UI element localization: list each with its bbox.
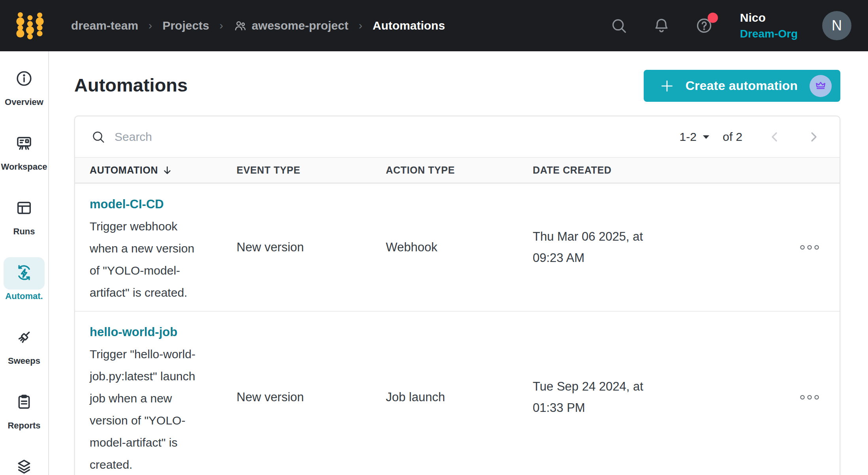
bolt-cycle-icon xyxy=(15,264,33,283)
notification-badge xyxy=(708,13,718,23)
automation-cell: model-CI-CD Trigger webhook when a new v… xyxy=(90,184,237,311)
search-icon[interactable] xyxy=(610,17,628,35)
avatar[interactable]: N xyxy=(822,11,851,40)
broom-icon xyxy=(15,328,33,348)
event-type-cell: New version xyxy=(237,240,386,254)
page-total: of 2 xyxy=(723,130,742,144)
breadcrumb-team[interactable]: dream-team xyxy=(71,19,138,32)
sidebar-item-workspace[interactable]: Workspace xyxy=(2,128,46,172)
sidebar-item-reports[interactable]: Reports xyxy=(2,387,46,431)
breadcrumb-separator: › xyxy=(220,19,223,32)
clipboard-icon xyxy=(15,393,33,413)
crown-icon xyxy=(814,79,827,93)
sidebar-label: Reports xyxy=(8,421,40,431)
sidebar-item-runs[interactable]: Runs xyxy=(2,193,46,237)
breadcrumb-project-label: awesome-project xyxy=(252,19,348,32)
next-page-button[interactable] xyxy=(807,131,820,143)
search-input[interactable] xyxy=(115,130,391,144)
table-row: model-CI-CD Trigger webhook when a new v… xyxy=(75,183,840,311)
breadcrumb-separator: › xyxy=(148,19,152,32)
breadcrumb-projects[interactable]: Projects xyxy=(162,19,209,32)
table-header-row: AUTOMATION EVENT TYPE ACTION TYPE DATE C… xyxy=(75,157,840,183)
automations-page: dream-team › Projects › awesome-project … xyxy=(0,0,868,475)
sidebar-item-overview[interactable]: Overview xyxy=(2,63,46,107)
wandb-logo-icon[interactable] xyxy=(11,7,49,45)
info-circle-icon xyxy=(15,69,33,89)
pagination: 1-2 of 2 xyxy=(680,130,820,144)
team-people-icon xyxy=(233,19,247,32)
three-dots-icon xyxy=(799,244,820,251)
column-header-action-type[interactable]: ACTION TYPE xyxy=(386,165,533,176)
automation-cell: hello-world-job Trigger "hello-world- jo… xyxy=(90,312,237,475)
topbar: dream-team › Projects › awesome-project … xyxy=(0,0,868,51)
create-automation-label: Create automation xyxy=(686,79,798,93)
automation-name-link[interactable]: model-CI-CD xyxy=(90,193,164,215)
breadcrumb-separator: › xyxy=(359,19,362,32)
column-label: AUTOMATION xyxy=(90,165,158,176)
table-toolbar: 1-2 of 2 xyxy=(75,116,840,157)
sidebar-label: Sweeps xyxy=(8,356,40,366)
sidebar-item-artifacts[interactable]: Artifacts xyxy=(2,451,46,475)
user-name: Nico xyxy=(740,11,798,25)
automation-description: Trigger "hello-world- job.py:latest" lau… xyxy=(90,343,225,475)
column-header-event-type[interactable]: EVENT TYPE xyxy=(237,165,386,176)
table-row: hello-world-job Trigger "hello-world- jo… xyxy=(75,311,840,475)
sidebar-label: Runs xyxy=(13,226,35,237)
action-type-cell: Job launch xyxy=(386,390,533,404)
user-menu[interactable]: Nico Dream-Org xyxy=(740,11,798,41)
breadcrumb-current[interactable]: Automations xyxy=(373,19,445,32)
sidebar-item-automations[interactable]: Automat. xyxy=(2,257,46,301)
premium-badge xyxy=(810,75,832,97)
event-type-cell: New version xyxy=(237,390,386,404)
notifications-bell-icon[interactable] xyxy=(652,17,671,35)
topbar-actions: Nico Dream-Org N xyxy=(610,11,851,41)
page-range: 1-2 xyxy=(680,130,697,144)
breadcrumb-project[interactable]: awesome-project xyxy=(233,19,348,32)
caret-down-icon xyxy=(702,134,710,140)
sidebar-label: Overview xyxy=(5,97,43,107)
sidebar-label: Automat. xyxy=(5,291,43,301)
page-range-dropdown[interactable]: 1-2 xyxy=(680,130,710,144)
sort-descending-icon xyxy=(162,165,173,176)
breadcrumb: dream-team › Projects › awesome-project … xyxy=(71,19,445,32)
automation-name-link[interactable]: hello-world-job xyxy=(90,321,177,343)
help-icon[interactable] xyxy=(695,17,713,35)
board-easel-icon xyxy=(15,134,33,154)
plus-icon xyxy=(659,79,674,94)
automation-description: Trigger webhook when a new version of "Y… xyxy=(90,215,225,304)
date-created-cell: Tue Sep 24 2024, at 01:33 PM xyxy=(533,376,712,419)
sidebar-label: Workspace xyxy=(1,162,47,172)
column-header-date-created[interactable]: DATE CREATED xyxy=(533,165,712,176)
row-overflow-menu-button[interactable] xyxy=(796,241,823,254)
chevron-right-icon xyxy=(807,131,820,143)
layers-icon xyxy=(15,458,33,475)
table-search-icon xyxy=(91,129,106,144)
prev-page-button[interactable] xyxy=(768,131,781,143)
three-dots-icon xyxy=(799,394,820,400)
sidebar-item-sweeps[interactable]: Sweeps xyxy=(2,322,46,366)
page-title: Automations xyxy=(74,74,188,96)
sidebar: Overview Workspace Runs xyxy=(0,51,49,475)
row-overflow-menu-button[interactable] xyxy=(796,391,823,404)
column-header-automation[interactable]: AUTOMATION xyxy=(90,165,237,176)
create-automation-button[interactable]: Create automation xyxy=(644,70,840,102)
user-org: Dream-Org xyxy=(740,27,798,41)
automations-table-card: 1-2 of 2 xyxy=(74,116,840,475)
date-created-cell: Thu Mar 06 2025, at 09:23 AM xyxy=(533,226,712,269)
table-icon xyxy=(15,199,33,219)
action-type-cell: Webhook xyxy=(386,240,533,254)
chevron-left-icon xyxy=(768,131,781,143)
